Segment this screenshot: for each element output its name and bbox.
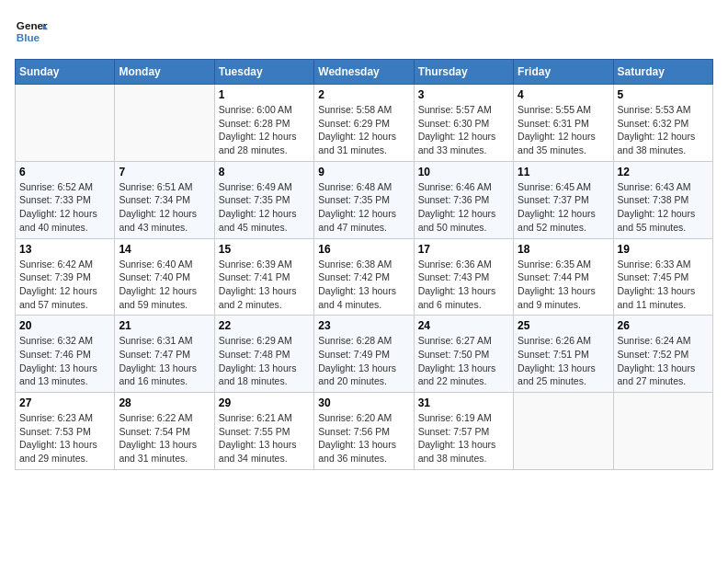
day-number: 16 — [318, 243, 409, 256]
day-info: Sunrise: 6:35 AM Sunset: 7:44 PM Dayligh… — [518, 258, 609, 312]
day-info: Sunrise: 6:32 AM Sunset: 7:46 PM Dayligh… — [19, 334, 110, 388]
day-number: 14 — [119, 243, 210, 256]
day-number: 12 — [618, 166, 709, 178]
calendar-cell: 23Sunrise: 6:28 AM Sunset: 7:49 PM Dayli… — [314, 316, 414, 393]
calendar-cell: 18Sunrise: 6:35 AM Sunset: 7:44 PM Dayli… — [514, 238, 613, 316]
day-number: 18 — [518, 243, 609, 256]
day-info: Sunrise: 6:26 AM Sunset: 7:51 PM Dayligh… — [518, 334, 609, 388]
day-number: 7 — [119, 166, 210, 178]
calendar-cell: 21Sunrise: 6:31 AM Sunset: 7:47 PM Dayli… — [115, 316, 214, 393]
day-info: Sunrise: 6:00 AM Sunset: 6:28 PM Dayligh… — [219, 103, 310, 157]
day-number: 27 — [19, 396, 110, 409]
day-number: 19 — [618, 243, 709, 256]
week-row-2: 6Sunrise: 6:52 AM Sunset: 7:33 PM Daylig… — [16, 161, 713, 238]
day-info: Sunrise: 6:49 AM Sunset: 7:35 PM Dayligh… — [219, 180, 310, 235]
day-info: Sunrise: 6:20 AM Sunset: 7:56 PM Dayligh… — [318, 411, 409, 465]
calendar-cell: 7Sunrise: 6:51 AM Sunset: 7:34 PM Daylig… — [115, 161, 214, 238]
week-row-1: 1Sunrise: 6:00 AM Sunset: 6:28 PM Daylig… — [16, 85, 713, 162]
calendar-cell: 16Sunrise: 6:38 AM Sunset: 7:42 PM Dayli… — [314, 238, 414, 316]
calendar-cell: 27Sunrise: 6:23 AM Sunset: 7:53 PM Dayli… — [16, 393, 115, 470]
day-number: 29 — [219, 396, 310, 409]
day-info: Sunrise: 6:42 AM Sunset: 7:39 PM Dayligh… — [19, 258, 110, 312]
logo-icon: General Blue — [15, 15, 48, 48]
day-info: Sunrise: 6:52 AM Sunset: 7:33 PM Dayligh… — [19, 180, 110, 235]
day-number: 11 — [518, 166, 609, 178]
calendar-cell: 26Sunrise: 6:24 AM Sunset: 7:52 PM Dayli… — [613, 316, 712, 393]
day-info: Sunrise: 6:48 AM Sunset: 7:35 PM Dayligh… — [318, 180, 409, 235]
calendar-cell: 13Sunrise: 6:42 AM Sunset: 7:39 PM Dayli… — [16, 238, 115, 316]
calendar-cell: 6Sunrise: 6:52 AM Sunset: 7:33 PM Daylig… — [16, 161, 115, 238]
day-info: Sunrise: 6:23 AM Sunset: 7:53 PM Dayligh… — [19, 411, 110, 465]
day-number: 30 — [318, 396, 409, 409]
calendar-cell: 9Sunrise: 6:48 AM Sunset: 7:35 PM Daylig… — [314, 161, 414, 238]
calendar-cell: 3Sunrise: 5:57 AM Sunset: 6:30 PM Daylig… — [414, 85, 513, 162]
day-info: Sunrise: 6:29 AM Sunset: 7:48 PM Dayligh… — [219, 334, 310, 388]
header-wednesday: Wednesday — [314, 60, 414, 85]
day-number: 1 — [219, 88, 310, 101]
day-number: 9 — [318, 166, 409, 178]
calendar-cell: 29Sunrise: 6:21 AM Sunset: 7:55 PM Dayli… — [214, 393, 313, 470]
calendar-cell: 12Sunrise: 6:43 AM Sunset: 7:38 PM Dayli… — [613, 161, 712, 238]
svg-text:Blue: Blue — [17, 31, 40, 43]
day-number: 21 — [119, 319, 210, 332]
calendar-cell: 22Sunrise: 6:29 AM Sunset: 7:48 PM Dayli… — [214, 316, 313, 393]
day-info: Sunrise: 6:45 AM Sunset: 7:37 PM Dayligh… — [518, 180, 609, 235]
calendar-cell: 1Sunrise: 6:00 AM Sunset: 6:28 PM Daylig… — [214, 85, 313, 162]
calendar-cell: 31Sunrise: 6:19 AM Sunset: 7:57 PM Dayli… — [414, 393, 513, 470]
calendar-cell: 10Sunrise: 6:46 AM Sunset: 7:36 PM Dayli… — [414, 161, 513, 238]
page-header: General Blue — [15, 15, 713, 48]
header-tuesday: Tuesday — [214, 60, 313, 85]
calendar-cell: 19Sunrise: 6:33 AM Sunset: 7:45 PM Dayli… — [613, 238, 712, 316]
week-row-5: 27Sunrise: 6:23 AM Sunset: 7:53 PM Dayli… — [16, 393, 713, 470]
day-info: Sunrise: 6:31 AM Sunset: 7:47 PM Dayligh… — [119, 334, 210, 388]
day-info: Sunrise: 6:33 AM Sunset: 7:45 PM Dayligh… — [618, 258, 709, 312]
logo: General Blue — [15, 15, 51, 48]
day-info: Sunrise: 6:24 AM Sunset: 7:52 PM Dayligh… — [618, 334, 709, 388]
header-friday: Friday — [514, 60, 613, 85]
day-info: Sunrise: 6:39 AM Sunset: 7:41 PM Dayligh… — [219, 258, 310, 312]
day-number: 5 — [618, 88, 709, 101]
header-thursday: Thursday — [414, 60, 513, 85]
day-number: 24 — [418, 319, 509, 332]
day-info: Sunrise: 6:46 AM Sunset: 7:36 PM Dayligh… — [418, 180, 509, 235]
calendar-table: SundayMondayTuesdayWednesdayThursdayFrid… — [15, 59, 713, 470]
header-sunday: Sunday — [16, 60, 115, 85]
day-info: Sunrise: 5:58 AM Sunset: 6:29 PM Dayligh… — [318, 103, 409, 157]
day-number: 20 — [19, 319, 110, 332]
calendar-header-row: SundayMondayTuesdayWednesdayThursdayFrid… — [16, 60, 713, 85]
day-number: 13 — [19, 243, 110, 256]
day-info: Sunrise: 6:51 AM Sunset: 7:34 PM Dayligh… — [119, 180, 210, 235]
week-row-3: 13Sunrise: 6:42 AM Sunset: 7:39 PM Dayli… — [16, 238, 713, 316]
calendar-cell: 8Sunrise: 6:49 AM Sunset: 7:35 PM Daylig… — [214, 161, 313, 238]
day-number: 8 — [219, 166, 310, 178]
day-info: Sunrise: 6:43 AM Sunset: 7:38 PM Dayligh… — [618, 180, 709, 235]
day-info: Sunrise: 6:40 AM Sunset: 7:40 PM Dayligh… — [119, 258, 210, 312]
day-number: 4 — [518, 88, 609, 101]
day-info: Sunrise: 6:36 AM Sunset: 7:43 PM Dayligh… — [418, 258, 509, 312]
calendar-cell — [16, 85, 115, 162]
calendar-cell: 30Sunrise: 6:20 AM Sunset: 7:56 PM Dayli… — [314, 393, 414, 470]
day-info: Sunrise: 6:19 AM Sunset: 7:57 PM Dayligh… — [418, 411, 509, 465]
day-number: 15 — [219, 243, 310, 256]
day-number: 22 — [219, 319, 310, 332]
calendar-cell: 2Sunrise: 5:58 AM Sunset: 6:29 PM Daylig… — [314, 85, 414, 162]
day-number: 2 — [318, 88, 409, 101]
day-number: 25 — [518, 319, 609, 332]
day-info: Sunrise: 5:57 AM Sunset: 6:30 PM Dayligh… — [418, 103, 509, 157]
calendar-cell — [115, 85, 214, 162]
calendar-cell: 11Sunrise: 6:45 AM Sunset: 7:37 PM Dayli… — [514, 161, 613, 238]
day-info: Sunrise: 5:55 AM Sunset: 6:31 PM Dayligh… — [518, 103, 609, 157]
calendar-cell — [514, 393, 613, 470]
calendar-cell: 20Sunrise: 6:32 AM Sunset: 7:46 PM Dayli… — [16, 316, 115, 393]
day-info: Sunrise: 6:28 AM Sunset: 7:49 PM Dayligh… — [318, 334, 409, 388]
header-saturday: Saturday — [613, 60, 712, 85]
day-number: 17 — [418, 243, 509, 256]
day-info: Sunrise: 6:21 AM Sunset: 7:55 PM Dayligh… — [219, 411, 310, 465]
day-info: Sunrise: 6:27 AM Sunset: 7:50 PM Dayligh… — [418, 334, 509, 388]
calendar-cell: 4Sunrise: 5:55 AM Sunset: 6:31 PM Daylig… — [514, 85, 613, 162]
calendar-cell: 24Sunrise: 6:27 AM Sunset: 7:50 PM Dayli… — [414, 316, 513, 393]
day-info: Sunrise: 6:22 AM Sunset: 7:54 PM Dayligh… — [119, 411, 210, 465]
day-number: 3 — [418, 88, 509, 101]
calendar-cell: 25Sunrise: 6:26 AM Sunset: 7:51 PM Dayli… — [514, 316, 613, 393]
calendar-cell: 5Sunrise: 5:53 AM Sunset: 6:32 PM Daylig… — [613, 85, 712, 162]
